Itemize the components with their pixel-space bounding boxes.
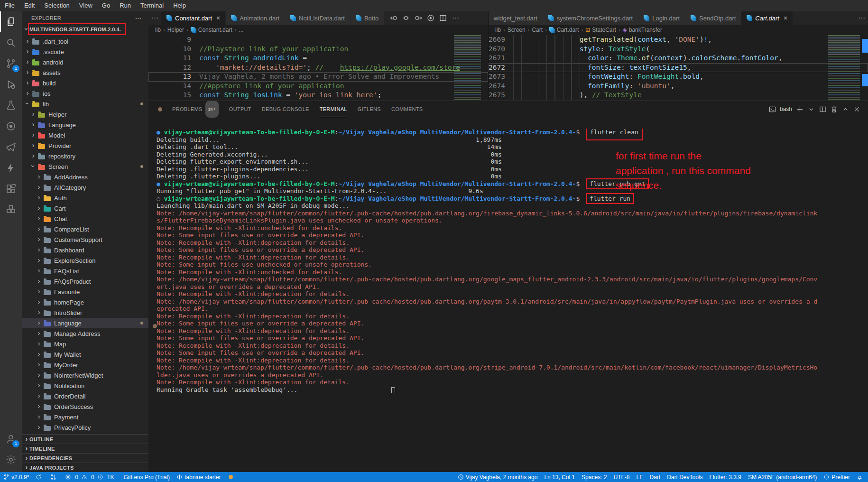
status-diagnostics[interactable] bbox=[32, 472, 47, 482]
forward-icon[interactable] bbox=[412, 11, 425, 25]
more-actions-icon[interactable]: ⋯ bbox=[449, 14, 462, 22]
minimap[interactable] bbox=[828, 35, 860, 101]
menu-view[interactable]: View bbox=[74, 0, 97, 11]
tab-botto[interactable]: Botto bbox=[351, 11, 385, 25]
status-tabnine-starter[interactable]: tabnine starter bbox=[173, 472, 224, 482]
nav-circle-icon[interactable] bbox=[400, 11, 412, 25]
split-editor-icon[interactable] bbox=[437, 11, 449, 25]
breadcrumb-item[interactable]: Helper bbox=[167, 27, 184, 33]
maximize-panel-icon[interactable] bbox=[840, 104, 851, 114]
activity-account-icon[interactable]: 1 bbox=[0, 428, 22, 449]
close-panel-icon[interactable] bbox=[851, 104, 862, 114]
close-icon[interactable]: × bbox=[216, 14, 220, 22]
status-vijay-vaghela-2-months-ago[interactable]: Vijay Vaghela, 2 months ago bbox=[454, 472, 541, 482]
breadcrumb-item[interactable]: ... bbox=[239, 27, 243, 33]
tree-item-auth[interactable]: ›Auth bbox=[22, 193, 148, 203]
status-dart[interactable]: Dart bbox=[646, 472, 664, 482]
tree-item-helper[interactable]: ›Helper bbox=[22, 109, 148, 120]
more-tabs-icon[interactable]: ⋯ bbox=[148, 11, 161, 25]
minimap-slider[interactable] bbox=[454, 35, 481, 55]
breadcrumb-item[interactable]: Cart.dart bbox=[549, 27, 579, 33]
tab-notilistdata-dart[interactable]: NotiListData.dart bbox=[285, 11, 351, 25]
new-terminal-icon[interactable] bbox=[794, 104, 805, 114]
code-editor[interactable]: 910//Playstore link of your application1… bbox=[148, 35, 488, 101]
breadcrumb-item[interactable]: lib bbox=[495, 27, 501, 33]
tree-item-provider[interactable]: ›Provider bbox=[22, 140, 148, 151]
tree-item-faqslist[interactable]: ›FAQsList bbox=[22, 266, 148, 276]
panel-tab-terminal[interactable]: TERMINAL bbox=[320, 101, 347, 117]
status-v2-0-9[interactable]: v2.0.9* bbox=[0, 472, 32, 482]
tab-cart-dart[interactable]: Cart.dart× bbox=[741, 11, 793, 25]
breadcrumb-item[interactable]: Constant.dart bbox=[191, 27, 232, 33]
kill-terminal-icon[interactable] bbox=[828, 104, 840, 114]
tree-item-manage-address[interactable]: ›Manage Address bbox=[22, 328, 148, 339]
tree-item-addaddress[interactable]: ›AddAddress bbox=[22, 172, 148, 182]
status-gitlens-pro-trial[interactable]: GitLens Pro (Trial) bbox=[120, 472, 173, 482]
status-dart-devtools[interactable]: Dart DevTools bbox=[664, 472, 706, 482]
tree-item-.dart_tool[interactable]: ›.dart_tool bbox=[22, 36, 148, 46]
section-dependencies[interactable]: ›DEPENDENCIES bbox=[22, 453, 148, 463]
panel-tab-problems[interactable]: PROBLEMS1K+ bbox=[172, 101, 219, 117]
terminal-output[interactable]: ● vijay-wrteam@vijaywrteam-To-be-filled-… bbox=[157, 129, 866, 472]
minimap[interactable] bbox=[454, 35, 481, 101]
menu-go[interactable]: Go bbox=[97, 0, 115, 11]
activity-testing-icon[interactable] bbox=[0, 95, 22, 116]
status-ln-13-col-1[interactable]: Ln 13, Col 1 bbox=[541, 472, 578, 482]
tree-item-exploresection[interactable]: ›ExploreSection bbox=[22, 255, 148, 266]
section-outline[interactable]: ›OUTLINE bbox=[22, 434, 148, 444]
breadcrumb-item[interactable]: ⊞StateCart bbox=[585, 27, 616, 33]
tree-item-faqsproduct[interactable]: ›FAQsProduct bbox=[22, 276, 148, 287]
tree-item-notification[interactable]: ›Notification bbox=[22, 380, 148, 391]
close-icon[interactable]: × bbox=[784, 14, 787, 22]
activity-packages-extension-icon[interactable] bbox=[0, 199, 22, 220]
tree-item-assets[interactable]: ›assets bbox=[22, 67, 148, 78]
activity-search-icon[interactable] bbox=[0, 32, 22, 53]
tree-item-model[interactable]: ›Model bbox=[22, 130, 148, 140]
tree-item-build[interactable]: ›build bbox=[22, 78, 148, 88]
breadcrumb-item[interactable]: Cart bbox=[532, 27, 543, 33]
breadcrumb-item[interactable]: ◈bankTransfer bbox=[623, 27, 663, 33]
tree-item-dashboard[interactable]: ›Dashboard bbox=[22, 245, 148, 255]
tree-item-screen[interactable]: ›Screen bbox=[22, 161, 148, 172]
activity-source-control-icon[interactable]: 1 bbox=[0, 53, 22, 74]
panel-tab-gitlens[interactable]: GITLENS bbox=[358, 101, 381, 117]
breadcrumb-item[interactable]: Screen bbox=[508, 27, 526, 33]
tab-login-dart[interactable]: Login.dart bbox=[638, 11, 685, 25]
activity-run-debug-icon[interactable] bbox=[0, 74, 22, 95]
menu-selection[interactable]: Selection bbox=[39, 0, 74, 11]
back-icon[interactable] bbox=[388, 11, 400, 25]
tree-item-chat[interactable]: ›Chat bbox=[22, 213, 148, 224]
status-utf-8[interactable]: UTF-8 bbox=[610, 472, 633, 482]
more-actions-icon[interactable]: ⋯ bbox=[855, 11, 868, 25]
tree-item-customersupport[interactable]: ›CustomerSupport bbox=[22, 234, 148, 245]
tree-item-android[interactable]: ›android bbox=[22, 57, 148, 67]
tree-item-allcategory[interactable]: ›AllCategory bbox=[22, 182, 148, 193]
status-lf[interactable]: LF bbox=[633, 472, 646, 482]
status-diagnostics[interactable] bbox=[47, 472, 62, 482]
tree-item-orderdetail[interactable]: ›OrderDetail bbox=[22, 391, 148, 401]
tree-item-lib[interactable]: ›lib bbox=[22, 99, 148, 109]
tab-systemchromesettings-dart[interactable]: systemChromeSettings.dart bbox=[543, 11, 638, 25]
menu-edit[interactable]: Edit bbox=[19, 0, 39, 11]
panel-tab-output[interactable]: OUTPUT bbox=[229, 101, 251, 117]
terminal-shell-icon[interactable] bbox=[767, 104, 778, 114]
tree-item-favourite[interactable]: ›Favourite bbox=[22, 287, 148, 297]
activity-extensions-icon[interactable] bbox=[0, 178, 22, 199]
activity-circle-extension-icon[interactable] bbox=[0, 116, 22, 137]
status-spaces-2[interactable]: Spaces: 2 bbox=[578, 472, 610, 482]
activity-explorer-icon[interactable] bbox=[0, 11, 22, 32]
panel-tab-comments[interactable]: COMMENTS bbox=[391, 101, 423, 117]
explorer-more-actions-icon[interactable]: ⋯ bbox=[135, 14, 142, 22]
activity-thunder-extension-icon[interactable] bbox=[0, 158, 22, 178]
tree-item-introslider[interactable]: ›IntroSlider bbox=[22, 307, 148, 318]
activity-settings-icon[interactable] bbox=[0, 449, 22, 470]
tree-item-myorder[interactable]: ›MyOrder bbox=[22, 360, 148, 370]
tree-item-cart[interactable]: ›Cart bbox=[22, 203, 148, 213]
menu-run[interactable]: Run bbox=[115, 0, 136, 11]
tree-item-language[interactable]: ›Language bbox=[22, 120, 148, 130]
terminal-dropdown-icon[interactable] bbox=[805, 104, 817, 114]
menu-help[interactable]: Help bbox=[168, 0, 191, 11]
menu-terminal[interactable]: Terminal bbox=[136, 0, 168, 11]
tab-sendotp-dart[interactable]: SendOtp.dart bbox=[685, 11, 741, 25]
split-terminal-icon[interactable] bbox=[817, 104, 828, 114]
